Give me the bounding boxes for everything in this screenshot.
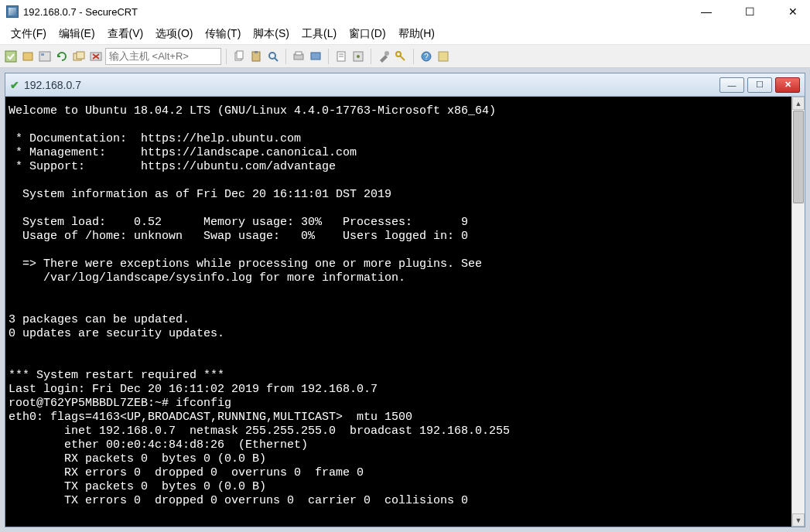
sessions-icon[interactable] xyxy=(71,49,87,64)
session-minimize-button[interactable]: — xyxy=(719,77,744,93)
svg-rect-8 xyxy=(237,51,243,59)
toolbar-separator xyxy=(413,49,414,64)
svg-point-11 xyxy=(269,53,275,59)
connected-check-icon: ✔ xyxy=(10,79,19,91)
scrollbar-up-arrow-icon[interactable]: ▲ xyxy=(792,97,805,110)
host-input[interactable] xyxy=(105,48,221,65)
paste-icon[interactable] xyxy=(248,49,264,64)
print-icon[interactable] xyxy=(291,49,306,64)
menu-options[interactable]: 选项(O) xyxy=(149,26,199,43)
menu-help[interactable]: 帮助(H) xyxy=(392,26,441,43)
session-window: ✔ 192.168.0.7 — ☐ ✕ Welcome to Ubuntu 18… xyxy=(5,73,805,527)
session-window-controls: — ☐ ✕ xyxy=(719,77,800,93)
find-icon[interactable] xyxy=(265,49,281,64)
scrollbar-thumb[interactable] xyxy=(793,111,804,203)
menu-file[interactable]: 文件(F) xyxy=(5,26,53,43)
screen-icon[interactable] xyxy=(308,49,323,64)
session-close-button[interactable]: ✕ xyxy=(775,77,800,93)
disconnect-icon[interactable] xyxy=(88,49,104,64)
svg-rect-5 xyxy=(77,52,84,59)
menu-script[interactable]: 脚本(S) xyxy=(247,26,296,43)
about-icon[interactable] xyxy=(436,49,451,64)
minimize-button[interactable]: — xyxy=(696,4,717,19)
copy-icon[interactable] xyxy=(231,49,247,64)
options-icon[interactable] xyxy=(350,49,366,64)
close-button[interactable]: ✕ xyxy=(782,4,804,19)
menu-tools[interactable]: 工具(L) xyxy=(296,26,343,43)
toolbar-separator xyxy=(226,49,227,64)
key-icon[interactable] xyxy=(393,49,408,64)
app-icon xyxy=(6,5,19,18)
svg-rect-1 xyxy=(23,53,32,60)
menu-view[interactable]: 查看(V) xyxy=(101,26,150,43)
svg-rect-26 xyxy=(439,52,448,61)
session-title: 192.168.0.7 xyxy=(24,79,81,91)
reconnect-icon[interactable] xyxy=(54,49,70,64)
connect-icon[interactable] xyxy=(20,49,36,64)
svg-rect-14 xyxy=(296,52,302,55)
toolbar-separator xyxy=(328,49,329,64)
session-maximize-button[interactable]: ☐ xyxy=(747,77,772,93)
svg-text:?: ? xyxy=(424,53,429,61)
quick-connect-icon[interactable] xyxy=(3,49,19,64)
maximize-button[interactable]: ☐ xyxy=(739,4,760,19)
toolbar-separator xyxy=(371,49,371,64)
menu-window[interactable]: 窗口(D) xyxy=(343,26,391,43)
svg-line-12 xyxy=(275,58,278,61)
session-titlebar[interactable]: ✔ 192.168.0.7 — ☐ ✕ xyxy=(5,73,805,97)
session-manager-icon[interactable] xyxy=(37,49,53,64)
toolbar: ? xyxy=(0,45,810,68)
svg-rect-2 xyxy=(39,52,50,61)
terminal-output[interactable]: Welcome to Ubuntu 18.04.2 LTS (GNU/Linux… xyxy=(5,97,791,527)
tools-icon[interactable] xyxy=(376,49,391,64)
terminal-container: Welcome to Ubuntu 18.04.2 LTS (GNU/Linux… xyxy=(5,97,805,527)
window-titlebar: 192.168.0.7 - SecureCRT — ☐ ✕ xyxy=(0,0,810,23)
toolbar-separator xyxy=(285,49,286,64)
vertical-scrollbar[interactable]: ▲ ▼ xyxy=(791,97,805,527)
help-icon[interactable]: ? xyxy=(419,49,434,64)
svg-line-23 xyxy=(400,56,405,60)
svg-rect-3 xyxy=(41,53,44,56)
scrollbar-down-arrow-icon[interactable]: ▼ xyxy=(792,513,805,527)
properties-icon[interactable] xyxy=(333,49,349,64)
svg-rect-0 xyxy=(5,51,16,62)
svg-point-21 xyxy=(384,51,389,56)
menu-edit[interactable]: 编辑(E) xyxy=(53,26,101,43)
workarea: ✔ 192.168.0.7 — ☐ ✕ Welcome to Ubuntu 18… xyxy=(0,68,810,532)
menubar: 文件(F) 编辑(E) 查看(V) 选项(O) 传输(T) 脚本(S) 工具(L… xyxy=(0,23,810,45)
svg-rect-15 xyxy=(311,53,320,60)
menu-transfer[interactable]: 传输(T) xyxy=(199,26,247,43)
window-title: 192.168.0.7 - SecureCRT xyxy=(23,6,138,18)
svg-point-20 xyxy=(357,55,360,58)
svg-rect-10 xyxy=(255,51,258,53)
window-controls: — ☐ ✕ xyxy=(696,4,804,19)
